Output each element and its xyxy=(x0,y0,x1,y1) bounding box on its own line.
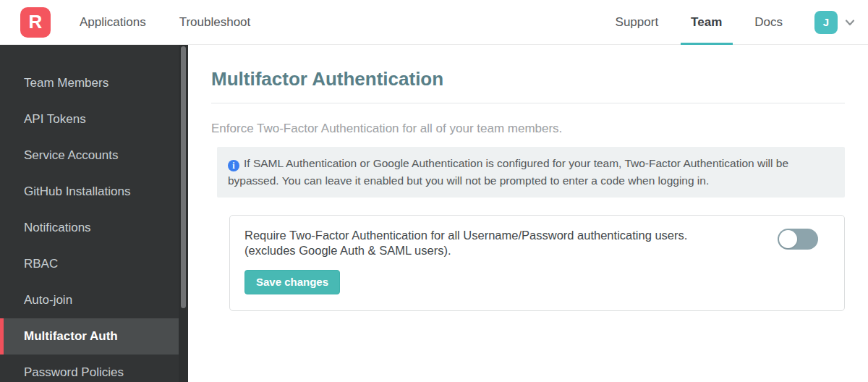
main-content: Multifactor Authentication Enforce Two-F… xyxy=(188,45,868,382)
sidebar-scrollbar-thumb[interactable] xyxy=(181,46,186,308)
toggle-knob xyxy=(779,230,797,248)
nav-item-applications[interactable]: Applications xyxy=(80,15,146,30)
setting-label: Require Two-Factor Authentication for al… xyxy=(244,228,830,258)
sidebar-item-password-policies[interactable]: Password Policies xyxy=(0,355,188,382)
settings-sidebar: Team Members API Tokens Service Accounts… xyxy=(0,45,188,382)
top-header: R Applications Troubleshoot Support Team… xyxy=(0,0,868,45)
page-description: Enforce Two-Factor Authentication for al… xyxy=(211,122,845,136)
secondary-nav: Support Team Docs J xyxy=(583,0,868,45)
title-divider xyxy=(211,103,845,103)
two-factor-toggle[interactable] xyxy=(778,229,818,250)
sidebar-item-notifications[interactable]: Notifications xyxy=(0,210,188,246)
sidebar-item-api-tokens[interactable]: API Tokens xyxy=(0,101,188,137)
nav-item-docs[interactable]: Docs xyxy=(754,0,783,45)
sidebar-item-github-installations[interactable]: GitHub Installations xyxy=(0,174,188,210)
setting-label-line1: Require Two-Factor Authentication for al… xyxy=(244,228,736,243)
info-note: iIf SAML Authentication or Google Authen… xyxy=(217,147,845,198)
sidebar-item-service-accounts[interactable]: Service Accounts xyxy=(0,137,188,174)
nav-item-team[interactable]: Team xyxy=(691,0,722,45)
primary-nav: Applications Troubleshoot xyxy=(80,15,250,30)
rollbar-logo[interactable]: R xyxy=(20,7,51,38)
avatar-initial: J xyxy=(823,16,829,28)
sidebar-item-multifactor-auth[interactable]: Multifactor Auth xyxy=(0,318,179,355)
chevron-down-icon[interactable] xyxy=(843,15,857,30)
team-active-underline xyxy=(681,43,733,45)
logo-letter: R xyxy=(29,11,43,33)
user-avatar[interactable]: J xyxy=(814,11,838,34)
page-title: Multifactor Authentication xyxy=(211,68,845,90)
nav-item-team-label: Team xyxy=(691,15,722,30)
nav-item-troubleshoot[interactable]: Troubleshoot xyxy=(179,15,251,30)
nav-item-support[interactable]: Support xyxy=(616,0,659,45)
info-note-text: If SAML Authentication or Google Authent… xyxy=(228,157,788,187)
sidebar-item-rbac[interactable]: RBAC xyxy=(0,246,188,282)
sidebar-item-auto-join[interactable]: Auto-join xyxy=(0,282,188,318)
sidebar-item-team-members[interactable]: Team Members xyxy=(0,65,188,101)
setting-label-line2: (excludes Google Auth & SAML users). xyxy=(244,243,736,258)
info-icon: i xyxy=(228,160,239,171)
two-factor-setting-card: Require Two-Factor Authentication for al… xyxy=(229,215,845,311)
save-changes-button[interactable]: Save changes xyxy=(244,270,340,294)
